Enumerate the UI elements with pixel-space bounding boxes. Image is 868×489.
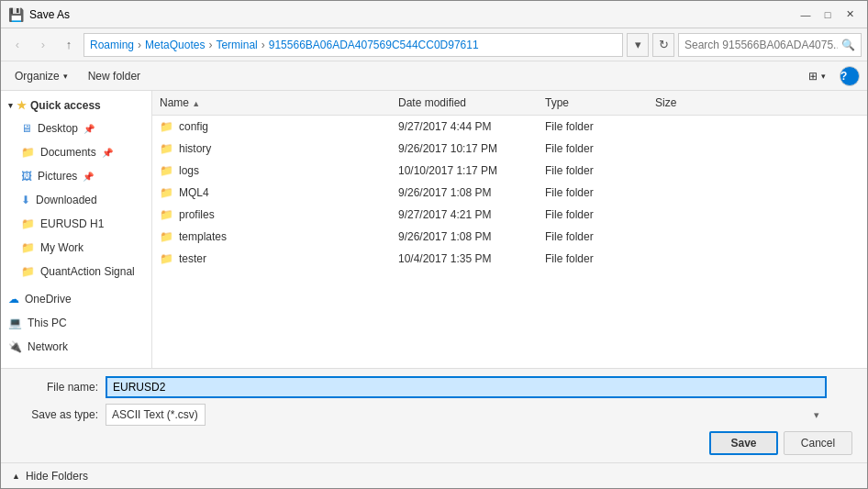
- breadcrumb-metaquotes[interactable]: MetaQuotes: [145, 39, 205, 51]
- quick-access-label: Quick access: [30, 99, 101, 112]
- sidebar-item-eurusd-label: EURUSD H1: [40, 217, 104, 230]
- sidebar-item-eurusd[interactable]: 📁 EURUSD H1: [1, 212, 151, 236]
- search-icon: 🔍: [841, 39, 855, 51]
- view-chevron-icon: ▾: [821, 72, 826, 81]
- save-button[interactable]: Save: [709, 431, 778, 455]
- file-row-history[interactable]: 📁history 9/26/2017 10:17 PM File folder: [152, 138, 867, 160]
- collapse-icon: ▲: [12, 472, 20, 481]
- sidebar-item-quantaction[interactable]: 📁 QuantAction Signal: [1, 260, 151, 283]
- breadcrumb-folder[interactable]: 915566BA06ADA407569C544CC0D97611: [269, 39, 479, 51]
- network-icon: 🔌: [8, 340, 22, 353]
- col-header-type[interactable]: Type: [538, 94, 648, 111]
- organize-button[interactable]: Organize ▾: [8, 65, 74, 87]
- button-row: Save Cancel: [16, 431, 852, 455]
- desktop-icon: 🖥: [21, 122, 32, 135]
- search-box: 🔍: [678, 33, 862, 57]
- collapse-icon: ▾: [8, 101, 13, 110]
- toolbar: Organize ▾ New folder ⊞ ▾ ?: [1, 61, 867, 91]
- sidebar-item-downloaded[interactable]: ⬇ Downloaded: [1, 188, 151, 212]
- filename-input[interactable]: [106, 376, 827, 398]
- download-icon: ⬇: [21, 194, 30, 206]
- folder-icon: 📁: [160, 186, 173, 199]
- col-header-name[interactable]: Name ▲: [152, 94, 391, 111]
- refresh-button[interactable]: ↻: [652, 33, 674, 57]
- cancel-button[interactable]: Cancel: [784, 431, 852, 455]
- breadcrumb-roaming[interactable]: Roaming: [90, 39, 134, 51]
- filename-label: File name:: [16, 381, 98, 394]
- savetype-select-wrapper: ASCII Text (*.csv): [106, 404, 827, 426]
- file-row-logs[interactable]: 📁logs 10/10/2017 1:17 PM File folder: [152, 160, 867, 182]
- view-button[interactable]: ⊞ ▾: [802, 65, 832, 87]
- file-row-mql4[interactable]: 📁MQL4 9/26/2017 1:08 PM File folder: [152, 182, 867, 204]
- pin-icon-docs: 📌: [102, 148, 113, 158]
- content-area: ▾ ★ Quick access 🖥 Desktop 📌 📁 Documents…: [1, 91, 867, 368]
- savetype-select[interactable]: ASCII Text (*.csv): [106, 404, 206, 426]
- dropdown-button[interactable]: ▾: [627, 33, 649, 57]
- help-button[interactable]: ?: [840, 66, 860, 86]
- forward-button[interactable]: ›: [32, 34, 54, 56]
- breadcrumb-terminal[interactable]: Terminal: [216, 39, 257, 51]
- sidebar-item-documents[interactable]: 📁 Documents 📌: [1, 140, 151, 164]
- sidebar-item-documents-label: Documents: [40, 146, 96, 159]
- filename-row: File name:: [16, 376, 852, 398]
- search-input[interactable]: [684, 39, 838, 51]
- up-button[interactable]: ↑: [58, 34, 80, 56]
- file-row-profiles[interactable]: 📁profiles 9/27/2017 4:21 PM File folder: [152, 204, 867, 226]
- star-icon: ★: [17, 99, 27, 112]
- quick-access-header[interactable]: ▾ ★ Quick access: [1, 94, 151, 117]
- title-bar-title: Save As: [29, 8, 70, 21]
- sidebar-network-label: Network: [28, 340, 68, 353]
- folder-icon: 📁: [160, 164, 173, 177]
- folder-icon-mywork: 📁: [21, 241, 35, 254]
- minimize-button[interactable]: —: [796, 5, 816, 25]
- folder-icon: 📁: [160, 230, 173, 243]
- documents-icon: 📁: [21, 146, 35, 159]
- hide-folders-label: Hide Folders: [26, 470, 88, 483]
- breadcrumb-bar: Roaming › MetaQuotes › Terminal › 915566…: [83, 33, 623, 57]
- sidebar: ▾ ★ Quick access 🖥 Desktop 📌 📁 Documents…: [1, 91, 152, 368]
- sidebar-item-downloaded-label: Downloaded: [36, 194, 97, 206]
- window-controls: — □ ✕: [796, 5, 860, 25]
- sidebar-item-thispc[interactable]: 💻 This PC: [1, 311, 151, 335]
- folder-icon: 📁: [160, 120, 173, 133]
- new-folder-label: New folder: [88, 70, 140, 83]
- col-header-size[interactable]: Size: [648, 94, 721, 111]
- folder-icon-quantaction: 📁: [21, 265, 35, 278]
- folder-icon: 📁: [160, 208, 173, 221]
- pin-icon-pics: 📌: [83, 172, 94, 182]
- organize-label: Organize: [15, 70, 60, 83]
- pc-icon: 💻: [8, 317, 22, 329]
- organize-chevron-icon: ▾: [63, 72, 68, 81]
- savetype-row: Save as type: ASCII Text (*.csv): [16, 404, 852, 426]
- hide-folders-bar[interactable]: ▲ Hide Folders: [1, 462, 867, 488]
- folder-icon: 📁: [160, 142, 173, 155]
- title-bar: 💾 Save As — □ ✕: [1, 1, 867, 28]
- sidebar-item-pictures[interactable]: 🖼 Pictures 📌: [1, 164, 151, 188]
- sidebar-item-network[interactable]: 🔌 Network: [1, 335, 151, 359]
- sidebar-item-onedrive[interactable]: ☁ OneDrive: [1, 287, 151, 311]
- sidebar-item-desktop[interactable]: 🖥 Desktop 📌: [1, 117, 151, 140]
- back-button[interactable]: ‹: [6, 34, 28, 56]
- onedrive-icon: ☁: [8, 293, 19, 306]
- sidebar-item-mywork[interactable]: 📁 My Work: [1, 236, 151, 260]
- file-list: Name ▲ Date modified Type Size 📁config 9…: [152, 91, 867, 368]
- file-row-templates[interactable]: 📁templates 9/26/2017 1:08 PM File folder: [152, 226, 867, 248]
- folder-icon: 📁: [160, 252, 173, 265]
- sidebar-item-desktop-label: Desktop: [38, 122, 78, 135]
- maximize-button[interactable]: □: [818, 5, 838, 25]
- sidebar-item-mywork-label: My Work: [40, 241, 83, 254]
- savetype-label: Save as type:: [16, 408, 98, 421]
- folder-icon-eurusd: 📁: [21, 217, 35, 230]
- navigation-bar: ‹ › ↑ Roaming › MetaQuotes › Terminal › …: [1, 28, 867, 61]
- col-header-date[interactable]: Date modified: [391, 94, 538, 111]
- close-button[interactable]: ✕: [840, 5, 860, 25]
- sidebar-item-pictures-label: Pictures: [38, 170, 77, 183]
- file-row-config[interactable]: 📁config 9/27/2017 4:44 PM File folder: [152, 116, 867, 138]
- view-icon: ⊞: [808, 70, 818, 83]
- sidebar-item-quantaction-label: QuantAction Signal: [40, 265, 135, 278]
- sidebar-thispc-label: This PC: [28, 317, 67, 329]
- new-folder-button[interactable]: New folder: [82, 65, 147, 87]
- pictures-icon: 🖼: [21, 170, 32, 183]
- file-row-tester[interactable]: 📁tester 10/4/2017 1:35 PM File folder: [152, 248, 867, 270]
- quick-access-section: ▾ ★ Quick access 🖥 Desktop 📌 📁 Documents…: [1, 94, 151, 283]
